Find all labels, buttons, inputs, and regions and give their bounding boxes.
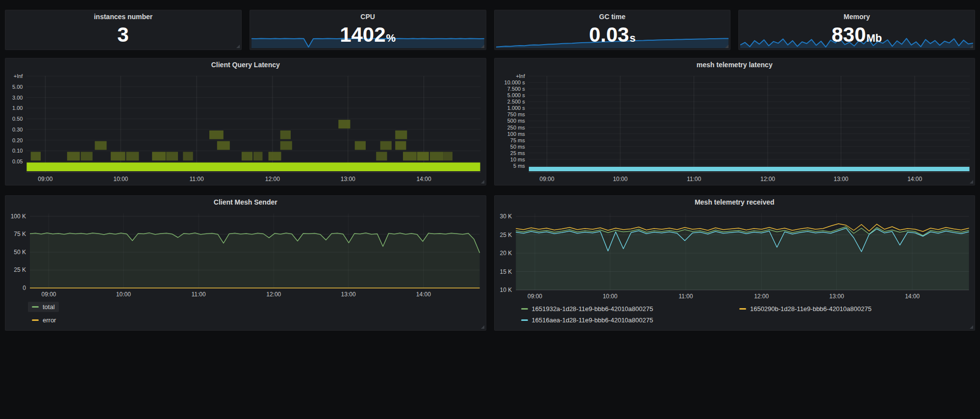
legend-label: 1650290b-1d28-11e9-bbb6-42010a800275 [750, 305, 872, 313]
svg-text:09:00: 09:00 [38, 176, 52, 183]
stat-value-text: 830 [831, 25, 866, 45]
stat-value-text: 3 [117, 25, 128, 45]
legend-label: error [43, 316, 56, 324]
svg-text:10 ms: 10 ms [510, 157, 525, 162]
stat-panel-instances-number: instances number 3 [5, 10, 242, 50]
panel-resize-handle[interactable] [970, 45, 973, 48]
svg-text:13:00: 13:00 [833, 176, 848, 183]
svg-text:20 K: 20 K [500, 250, 512, 257]
stat-value-text: 1402 [340, 25, 385, 45]
svg-text:14:00: 14:00 [417, 176, 431, 183]
panel-resize-handle[interactable] [725, 45, 729, 48]
svg-text:14:00: 14:00 [416, 291, 431, 298]
svg-text:11:00: 11:00 [191, 291, 205, 298]
svg-text:100 K: 100 K [11, 213, 26, 220]
panel-resize-handle[interactable] [970, 180, 973, 183]
svg-text:3.00: 3.00 [12, 95, 23, 101]
svg-text:+Inf: +Inf [516, 73, 526, 79]
svg-text:75 K: 75 K [14, 231, 26, 237]
svg-text:25 ms: 25 ms [510, 150, 525, 156]
svg-text:11:00: 11:00 [686, 176, 701, 183]
svg-text:25 K: 25 K [14, 266, 26, 273]
svg-text:10:00: 10:00 [603, 293, 617, 300]
stat-panel-memory: Memory 830 Mb [738, 10, 975, 50]
svg-text:5.000 s: 5.000 s [507, 92, 525, 98]
svg-text:09:00: 09:00 [528, 293, 542, 300]
stat-value-memory: 830 Mb [739, 22, 975, 48]
panel-mesh-telemetry-latency: mesh telemetry latency +Inf10.000 s7.500… [494, 58, 976, 185]
stat-panel-gc-time: GC time 0.03 s [494, 10, 731, 50]
client-mesh-sender-graph[interactable]: 025 K50 K75 K100 K09:0010:0011:0012:0013… [5, 210, 486, 300]
legend-item-total[interactable]: total [28, 302, 59, 312]
svg-text:12:00: 12:00 [760, 176, 775, 183]
heatmaps-row: Client Query Latency +Inf5.003.001.000.5… [5, 58, 975, 185]
svg-text:0.30: 0.30 [12, 127, 23, 132]
svg-text:10:00: 10:00 [613, 176, 628, 183]
graphs-row: Client Mesh Sender 025 K50 K75 K100 K09:… [5, 195, 975, 331]
svg-text:5.00: 5.00 [12, 84, 23, 90]
svg-text:500 ms: 500 ms [507, 118, 525, 124]
panel-resize-handle[interactable] [481, 180, 484, 183]
svg-text:10 K: 10 K [500, 287, 512, 293]
panel-title-mesh-telemetry-received[interactable]: Mesh telemetry received [495, 196, 975, 210]
svg-text:13:00: 13:00 [341, 176, 355, 183]
panel-resize-handle[interactable] [236, 45, 240, 48]
panel-title-client-mesh-sender[interactable]: Client Mesh Sender [5, 196, 486, 210]
series-color-swatch [32, 319, 39, 321]
svg-text:1.00: 1.00 [12, 105, 23, 111]
svg-text:12:00: 12:00 [265, 176, 280, 183]
svg-text:14:00: 14:00 [907, 176, 922, 183]
stat-value-gc-time: 0.03 s [495, 22, 730, 48]
mesh-telemetry-latency-heatmap[interactable]: +Inf10.000 s7.500 s5.000 s2.500 s1.000 s… [495, 72, 975, 185]
legend-item-instance-1[interactable]: 1651932a-1d28-11e9-bbb6-42010a800275 [517, 304, 724, 314]
stat-value-cpu: 1402 % [250, 22, 486, 48]
svg-text:10:00: 10:00 [113, 176, 128, 183]
panel-resize-handle[interactable] [970, 325, 973, 329]
svg-text:11:00: 11:00 [189, 176, 203, 183]
svg-text:0.20: 0.20 [12, 137, 23, 143]
panel-resize-handle[interactable] [481, 45, 484, 48]
panel-client-mesh-sender: Client Mesh Sender 025 K50 K75 K100 K09:… [5, 195, 486, 331]
stat-unit-text: s [629, 32, 635, 45]
stats-row: instances number 3 CPU 1402 % GC time [5, 10, 975, 50]
panel-resize-handle[interactable] [481, 325, 484, 329]
svg-text:13:00: 13:00 [341, 291, 356, 298]
series-color-swatch [32, 306, 39, 308]
mesh-telemetry-received-graph[interactable]: 10 K15 K20 K25 K30 K09:0010:0011:0012:00… [495, 210, 975, 302]
series-color-swatch [521, 319, 528, 321]
svg-text:12:00: 12:00 [266, 291, 281, 298]
svg-text:0: 0 [23, 285, 26, 291]
svg-text:0.10: 0.10 [12, 148, 23, 154]
legend-label: 1651932a-1d28-11e9-bbb6-42010a800275 [532, 305, 653, 313]
stat-value-text: 0.03 [589, 25, 629, 45]
svg-text:7.500 s: 7.500 s [507, 86, 525, 92]
series-color-swatch [521, 308, 528, 310]
series-color-swatch [739, 308, 746, 310]
stat-value-instances-number: 3 [5, 22, 241, 48]
svg-text:13:00: 13:00 [829, 293, 844, 300]
svg-text:250 ms: 250 ms [507, 125, 525, 131]
grafana-dashboard: instances number 3 CPU 1402 % GC time [0, 0, 980, 419]
panel-title-client-query-latency[interactable]: Client Query Latency [5, 58, 486, 72]
client-mesh-sender-legend: total error [5, 300, 486, 330]
panel-title-mesh-telemetry-latency[interactable]: mesh telemetry latency [495, 58, 975, 72]
mesh-telemetry-received-legend: 1651932a-1d28-11e9-bbb6-42010a800275 165… [495, 302, 975, 330]
legend-label: 16516aea-1d28-11e9-bbb6-42010a800275 [532, 316, 653, 324]
svg-text:750 ms: 750 ms [507, 111, 525, 117]
client-query-latency-heatmap[interactable]: +Inf5.003.001.000.500.300.200.100.0509:0… [5, 72, 486, 185]
legend-label: total [43, 303, 55, 311]
svg-text:14:00: 14:00 [905, 293, 919, 300]
stat-unit-text: Mb [866, 32, 882, 45]
legend-item-instance-3[interactable]: 16516aea-1d28-11e9-bbb6-42010a800275 [517, 315, 724, 325]
svg-text:2.500 s: 2.500 s [507, 99, 525, 105]
svg-text:50 ms: 50 ms [510, 144, 525, 150]
svg-text:75 ms: 75 ms [510, 137, 525, 143]
legend-item-error[interactable]: error [28, 315, 60, 325]
svg-text:0.50: 0.50 [12, 116, 23, 122]
svg-text:1.000 s: 1.000 s [507, 105, 525, 111]
stat-unit-text: % [386, 32, 396, 45]
legend-item-instance-2[interactable]: 1650290b-1d28-11e9-bbb6-42010a800275 [735, 304, 942, 314]
svg-text:25 K: 25 K [500, 232, 512, 238]
svg-text:09:00: 09:00 [42, 291, 56, 298]
svg-text:09:00: 09:00 [539, 176, 554, 183]
